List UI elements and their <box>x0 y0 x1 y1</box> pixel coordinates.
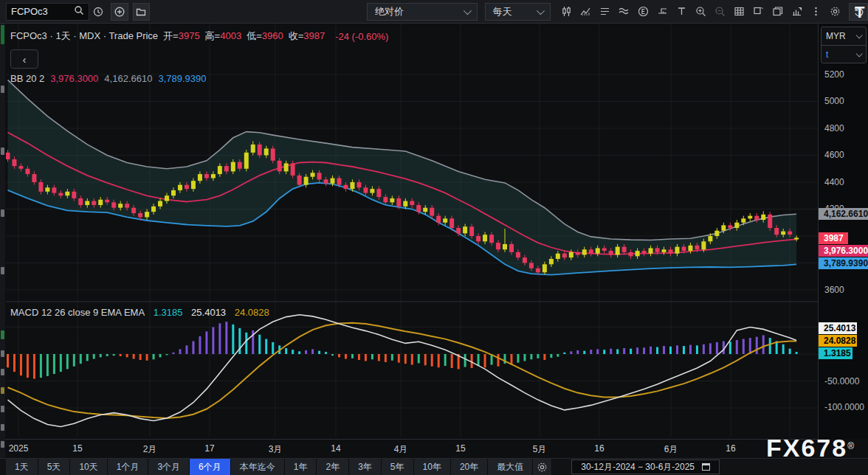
partial-logo: T <box>855 3 868 22</box>
range-button-5天[interactable]: 5天 <box>38 459 71 475</box>
time-axis[interactable]: 2025152月173月144月155月166月16 <box>0 439 818 458</box>
settings-icon[interactable] <box>825 3 844 21</box>
range-button-3个月[interactable]: 3个月 <box>148 459 190 475</box>
left-edge-fragment <box>1 148 4 155</box>
bb-upper-value: 4,162.6610 <box>104 73 152 84</box>
add-circle-icon[interactable] <box>111 3 128 21</box>
range-settings-icon[interactable] <box>533 459 552 475</box>
range-button-1年[interactable]: 1年 <box>285 459 317 475</box>
axis-price-label: 4,162.6610 <box>819 208 868 220</box>
range-button-3年[interactable]: 3年 <box>349 459 382 475</box>
range-button-5年[interactable]: 5年 <box>382 459 414 475</box>
time-axis-label: 2025 <box>9 443 29 454</box>
candlestick-style-icon[interactable] <box>557 3 576 21</box>
watermark: FX678® <box>766 434 855 462</box>
time-axis-label: 6月 <box>664 443 678 456</box>
range-button-最大值[interactable]: 最大值 <box>488 459 533 475</box>
left-edge-fragment <box>1 330 4 339</box>
left-edge-fragment <box>1 406 4 412</box>
symbol-text: FCPOc3 <box>11 6 74 17</box>
range-button-10年[interactable]: 10年 <box>414 459 451 475</box>
interval-value: 每天 <box>493 5 512 18</box>
history-clock-icon[interactable] <box>89 3 106 21</box>
ohlc-item: 收=3987 <box>289 30 326 41</box>
unit-dropdown[interactable]: t <box>822 45 866 63</box>
zoom-out-icon <box>710 3 729 21</box>
axis-price-label: 24.0828 <box>819 335 857 347</box>
range-toolbar: 1天5天10天1个月3个月6个月本年迄今1年2年3年5年10年20年最大值30-… <box>0 458 868 475</box>
date-range-picker[interactable]: 30-12月-2024 − 30-6月-2025 <box>571 460 720 474</box>
left-edge-strip <box>0 24 5 458</box>
range-button-2年[interactable]: 2年 <box>317 459 349 475</box>
ohlc-item: 开=3975 <box>163 30 200 41</box>
range-button-20年[interactable]: 20年 <box>451 459 488 475</box>
range-button-1个月[interactable]: 1个月 <box>108 459 149 475</box>
expand-icon[interactable] <box>748 3 768 21</box>
ohlc-values: 开=3975高=4003低=3960收=3987 <box>163 30 330 43</box>
symbol-search-input[interactable]: FCPOc3 <box>6 3 89 21</box>
range-button-10天[interactable]: 10天 <box>70 459 107 475</box>
price-mode-value: 绝对价 <box>375 5 404 18</box>
bb-label: BB 20 2 <box>10 73 44 84</box>
chevron-down-icon <box>537 6 545 14</box>
range-button-1天[interactable]: 1天 <box>6 459 38 475</box>
indicators-icon[interactable] <box>576 3 595 21</box>
currency-dropdown[interactable]: MYR <box>822 27 866 45</box>
price-and-macd-chart[interactable] <box>6 24 818 439</box>
table-icon[interactable] <box>729 3 748 21</box>
bb-legend[interactable]: BB 20 2 3,976.3000 4,162.6610 3,789.9390 <box>10 73 388 84</box>
interval-dropdown[interactable]: 每天 <box>485 3 551 21</box>
chevron-down-icon <box>463 6 471 14</box>
top-toolbar: FCPOc3 绝对价 每天 T <box>0 0 868 24</box>
currency-unit-box: MYR t <box>821 27 867 63</box>
price-mode-dropdown[interactable]: 绝对价 <box>367 3 478 21</box>
chevron-down-icon <box>856 32 863 38</box>
axis-price-label: 25.4013 <box>819 322 857 334</box>
axis-tick: 3600 <box>824 285 844 295</box>
toolbar-icon-group <box>557 3 868 21</box>
range-button-本年迄今[interactable]: 本年迄今 <box>231 459 285 475</box>
left-edge-fragment <box>1 209 4 217</box>
time-axis-label: 5月 <box>533 443 547 456</box>
axis-price-label: 3,976.3000 <box>819 245 868 257</box>
left-edge-fragment <box>1 441 4 448</box>
folder-icon[interactable] <box>133 3 150 21</box>
time-axis-label: 3月 <box>269 443 283 456</box>
time-axis-label: 15 <box>72 443 82 454</box>
price-axis-panel[interactable]: MYR t 5200500048004600440042003600-50.00… <box>818 24 868 439</box>
macd-hist-value: 1.3185 <box>154 307 183 318</box>
collapse-legend-button[interactable]: ‹ <box>10 49 38 69</box>
ohlc-item: 低=3960 <box>247 30 283 41</box>
left-edge-fragment <box>1 369 4 375</box>
measure-icon[interactable] <box>652 3 672 21</box>
copy-icon[interactable] <box>768 3 787 21</box>
left-edge-fragment <box>1 387 4 394</box>
bb-mid-value: 3,976.3000 <box>50 73 98 84</box>
ohlc-header-line: FCPOc3 · 1天 · MDX · Trade Price 开=3975高=… <box>10 30 388 43</box>
search-icon <box>74 5 84 18</box>
more-icon[interactable] <box>806 3 825 21</box>
axis-tick: 4400 <box>824 177 844 187</box>
axis-tick: -50.0000 <box>824 376 859 386</box>
text-tool-icon[interactable] <box>672 3 691 21</box>
ohlc-item: 高=4003 <box>205 30 242 41</box>
candle <box>768 212 772 231</box>
calendar-icon <box>702 463 710 471</box>
candle <box>244 150 249 171</box>
export-chart-icon[interactable] <box>787 3 806 21</box>
time-axis-label: 16 <box>726 443 735 454</box>
axis-price-label: 3987 <box>819 232 848 244</box>
left-edge-fragment <box>1 350 4 357</box>
macd-legend[interactable]: MACD 12 26 close 9 EMA EMA 1.3185 25.401… <box>10 307 275 318</box>
chart-header: FCPOc3 · 1天 · MDX · Trade Price 开=3975高=… <box>10 30 388 84</box>
axis-tick: 5000 <box>824 96 844 106</box>
range-button-6个月[interactable]: 6个月 <box>190 459 231 475</box>
events-icon[interactable] <box>633 3 652 21</box>
left-edge-fragment <box>1 25 4 44</box>
layout-icon[interactable] <box>595 3 614 21</box>
waves-icon[interactable] <box>614 3 633 21</box>
axis-price-label: 3,789.9390 <box>819 257 868 269</box>
zoom-in-icon[interactable] <box>691 3 710 21</box>
time-axis-label: 15 <box>455 443 465 454</box>
time-axis-label: 2月 <box>143 443 157 456</box>
